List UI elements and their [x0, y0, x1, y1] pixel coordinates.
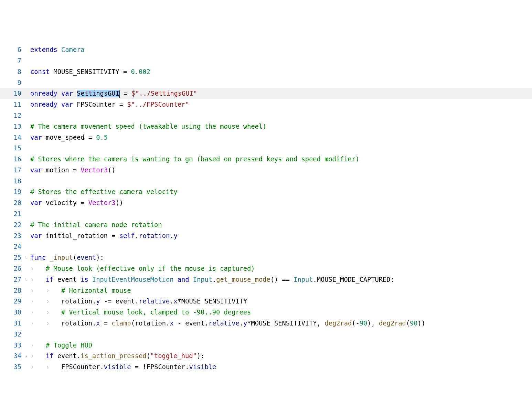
- code-line[interactable]: 15: [0, 143, 532, 154]
- paren: ): [96, 254, 100, 261]
- code-content[interactable]: › if event is InputEventMouseMotion and …: [23, 274, 532, 285]
- code-line[interactable]: 18: [0, 176, 532, 187]
- line-number: 30: [0, 307, 23, 318]
- code-content[interactable]: › if event.is_action_pressed("toggle_hud…: [23, 351, 532, 362]
- code-content[interactable]: # The initial camera node rotation: [23, 220, 532, 231]
- keyword: var: [30, 167, 42, 174]
- code-content[interactable]: # Stores the effective camera velocity: [23, 186, 532, 197]
- code-line[interactable]: 23var initial_rotation = self.rotation.y: [0, 231, 532, 242]
- paren: (: [352, 320, 355, 327]
- line-number: 13: [0, 121, 23, 132]
- paren: (: [147, 352, 150, 360]
- code-line[interactable]: 16# Stores where the camera is wanting t…: [0, 154, 532, 165]
- fold-icon[interactable]: ⌄: [24, 276, 28, 279]
- code-line[interactable]: 24: [0, 241, 532, 252]
- fold-icon[interactable]: ⌄: [24, 254, 28, 257]
- code-line[interactable]: 6extends Camera: [0, 44, 532, 55]
- code-line[interactable]: 31› › rotation.x = clamp(rotation.x - ev…: [0, 318, 532, 329]
- keyword: extends: [30, 46, 57, 53]
- whitespace-icon: ›: [30, 342, 46, 349]
- property: y: [173, 232, 177, 239]
- operator: *: [247, 320, 251, 327]
- identifier: move_speed: [46, 134, 85, 141]
- identifier: MOUSE_SENSITIVITY: [251, 320, 317, 327]
- code-line[interactable]: 7: [0, 55, 532, 66]
- operator: =: [73, 167, 77, 174]
- code-line[interactable]: 14var move_speed = 0.5: [0, 132, 532, 143]
- identifier: event: [185, 320, 204, 327]
- code-line[interactable]: 22# The initial camera node rotation: [0, 220, 532, 231]
- dot: .: [135, 298, 139, 305]
- code-line[interactable]: 11onready var FPSCounter = $"../FPSCount…: [0, 99, 532, 110]
- keyword: func: [30, 254, 46, 261]
- code-line[interactable]: 19# Stores the effective camera velocity: [0, 186, 532, 197]
- paren: ): [422, 320, 425, 327]
- line-number: 34⌄: [0, 351, 23, 362]
- code-content[interactable]: › › # Vertical mouse look, clamped to -9…: [23, 307, 532, 318]
- property: relative: [139, 298, 170, 305]
- identifier: rotation: [61, 298, 92, 305]
- code-line-current[interactable]: 10onready var SettingsGUI = $"../Setting…: [0, 88, 532, 99]
- code-content[interactable]: var motion = Vector3(): [23, 165, 532, 176]
- identifier: FPSCounter: [147, 363, 185, 371]
- code-content[interactable]: # Stores where the camera is wanting to …: [23, 154, 532, 165]
- comment: # Toggle HUD: [46, 342, 92, 349]
- code-content[interactable]: › # Toggle HUD: [23, 340, 532, 351]
- code-editor[interactable]: 6extends Camera 7 8const MOUSE_SENSITIVI…: [0, 44, 532, 373]
- dot: .: [92, 320, 96, 327]
- identifier: event: [57, 276, 77, 283]
- line-number: 26: [0, 263, 23, 274]
- code-line[interactable]: 20var velocity = Vector3(): [0, 197, 532, 209]
- line-number: 16: [0, 154, 23, 165]
- dot: .: [135, 232, 139, 239]
- colon: :: [100, 254, 104, 261]
- fold-icon[interactable]: ⌄: [24, 352, 28, 356]
- code-line[interactable]: 26› # Mouse look (effective only if the …: [0, 263, 532, 274]
- code-line[interactable]: 12: [0, 110, 532, 121]
- code-content[interactable]: func _input(event):: [23, 252, 532, 263]
- identifier: FPSCounter: [77, 101, 116, 108]
- type-name: Vector3: [88, 199, 116, 206]
- code-line[interactable]: 30› › # Vertical mouse look, clamped to …: [0, 307, 532, 318]
- code-line[interactable]: 17var motion = Vector3(): [0, 165, 532, 176]
- code-content[interactable]: var initial_rotation = self.rotation.y: [23, 231, 532, 242]
- code-line[interactable]: 32: [0, 329, 532, 340]
- class-name: Input: [294, 276, 313, 283]
- code-content[interactable]: › › rotation.y -= event.relative.x*MOUSE…: [23, 296, 532, 307]
- selection: SettingsGUI: [77, 90, 119, 97]
- dot: .: [166, 320, 170, 327]
- code-line[interactable]: 9: [0, 77, 532, 88]
- line-number: 7: [0, 55, 23, 66]
- code-content[interactable]: › # Mouse look (effective only if the mo…: [23, 263, 532, 274]
- code-content[interactable]: extends Camera: [23, 44, 532, 55]
- code-line[interactable]: 28› › # Horizontal mouse: [0, 285, 532, 296]
- code-content[interactable]: var move_speed = 0.5: [23, 132, 532, 143]
- keyword: if: [46, 352, 54, 360]
- code-content[interactable]: › › rotation.x = clamp(rotation.x - even…: [23, 318, 532, 329]
- code-content[interactable]: # The camera movement speed (tweakable u…: [23, 121, 532, 132]
- code-line[interactable]: 34⌄› if event.is_action_pressed("toggle_…: [0, 351, 532, 362]
- code-content[interactable]: › › FPSCounter.visible = !FPSCounter.vis…: [23, 362, 532, 373]
- property: x: [96, 320, 100, 327]
- code-line[interactable]: 35› › FPSCounter.visible = !FPSCounter.v…: [0, 362, 532, 373]
- keyword: and: [178, 276, 189, 283]
- line-number: 10: [0, 88, 23, 99]
- code-line[interactable]: 21: [0, 209, 532, 220]
- code-line[interactable]: 27⌄› if event is InputEventMouseMotion a…: [0, 274, 532, 285]
- code-line[interactable]: 33› # Toggle HUD: [0, 340, 532, 351]
- code-content[interactable]: onready var FPSCounter = $"../FPSCounter…: [23, 99, 532, 110]
- number: 0.002: [131, 68, 150, 75]
- code-content[interactable]: const MOUSE_SENSITIVITY = 0.002: [23, 66, 532, 77]
- line-number: 17: [0, 165, 23, 176]
- code-line[interactable]: 13# The camera movement speed (tweakable…: [0, 121, 532, 132]
- code-content[interactable]: var velocity = Vector3(): [23, 197, 532, 209]
- code-content[interactable]: onready var SettingsGUI = $"../SettingsG…: [23, 88, 532, 99]
- code-line[interactable]: 25⌄func _input(event):: [0, 252, 532, 263]
- line-number: 21: [0, 209, 23, 220]
- code-content[interactable]: › › # Horizontal mouse: [23, 285, 532, 296]
- number: 90: [410, 320, 418, 327]
- code-line[interactable]: 8const MOUSE_SENSITIVITY = 0.002: [0, 66, 532, 77]
- line-number: 11: [0, 99, 23, 110]
- code-line[interactable]: 29› › rotation.y -= event.relative.x*MOU…: [0, 296, 532, 307]
- comment: # Mouse look (effective only if the mous…: [46, 265, 255, 272]
